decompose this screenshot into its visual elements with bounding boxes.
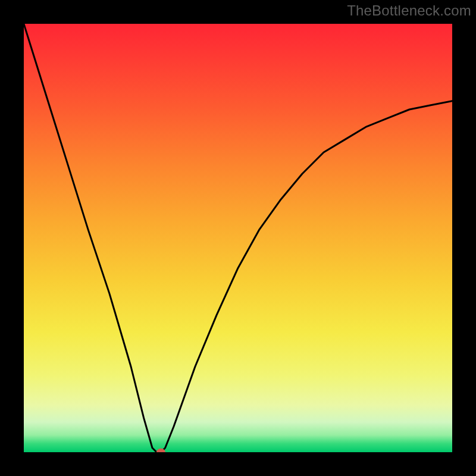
watermark-text: TheBottleneck.com: [347, 2, 471, 19]
bottleneck-curve: [24, 24, 452, 452]
plot-area: [24, 24, 452, 452]
curve-svg: [24, 24, 452, 452]
chart-frame: TheBottleneck.com: [0, 0, 476, 476]
